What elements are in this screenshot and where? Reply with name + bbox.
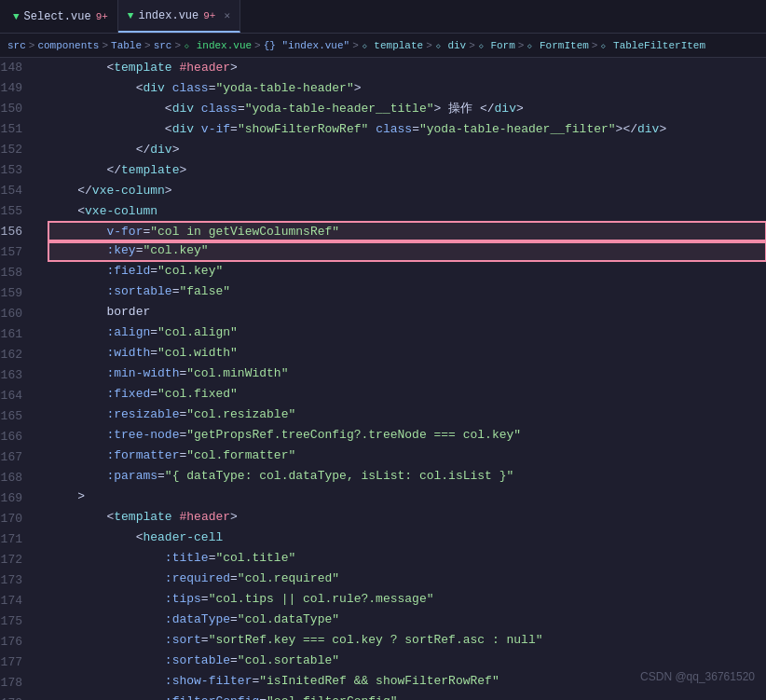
ln-167: 167 xyxy=(0,447,34,468)
bc-obj: {} "index.vue" xyxy=(264,40,349,51)
ln-160: 160 xyxy=(0,304,34,324)
ln-165: 165 xyxy=(0,406,34,427)
bc-sep8: > xyxy=(469,40,475,51)
code-line-170: <template #header> xyxy=(48,507,766,528)
tab-select-label: Select.vue xyxy=(24,10,91,23)
code-line-176: :sort="sortRef.key === col.key ? sortRef… xyxy=(48,630,766,651)
code-line-179: :filterConfig="col.filterConfig" xyxy=(48,692,766,700)
ln-163: 163 xyxy=(0,365,34,386)
ln-153: 153 xyxy=(0,160,34,181)
ln-154: 154 xyxy=(0,181,34,201)
watermark: CSDN @qq_36761520 xyxy=(640,670,755,683)
ln-170: 170 xyxy=(0,509,34,529)
ln-158: 158 xyxy=(0,263,34,283)
vue-icon-select: ▼ xyxy=(13,11,20,22)
code-line-166: :tree-node="getPropsRef.treeConfig?.tree… xyxy=(48,425,766,446)
ln-152: 152 xyxy=(0,140,34,160)
code-line-168: :params="{ dataType: col.dataType, isLis… xyxy=(48,466,766,487)
code-line-156: v-for="col in getViewColumnsRef" xyxy=(48,222,766,242)
code-line-150: <div class="yoda-table-header__title"> 操… xyxy=(48,99,766,119)
ln-171: 171 xyxy=(0,529,34,550)
bc-sep10: > xyxy=(592,40,598,51)
ln-155: 155 xyxy=(0,201,34,222)
bc-sep4: > xyxy=(174,40,181,51)
code-line-152: </div> xyxy=(48,140,766,160)
code-line-165: :resizable="col.resizable" xyxy=(48,405,766,425)
ln-173: 173 xyxy=(0,570,34,591)
bc-sep3: > xyxy=(144,40,151,51)
code-content: <template #header> <div class="yoda-tabl… xyxy=(45,58,766,700)
ln-162: 162 xyxy=(0,345,34,365)
ln-148: 148 xyxy=(0,58,34,78)
ln-175: 175 xyxy=(0,611,34,632)
tab-index-close[interactable]: ✕ xyxy=(224,9,230,21)
bc-div: ⬦ div xyxy=(435,40,466,51)
ln-149: 149 xyxy=(0,78,34,99)
code-line-163: :min-width="col.minWidth" xyxy=(48,364,766,384)
bc-template: ⬦ template xyxy=(362,40,423,51)
breadcrumb: src > components > Table > src > ⬦ index… xyxy=(0,34,766,58)
ln-166: 166 xyxy=(0,427,34,447)
bc-table: Table xyxy=(111,40,142,51)
code-line-154: </vxe-column> xyxy=(48,181,766,201)
ln-172: 172 xyxy=(0,550,34,570)
ln-150: 150 xyxy=(0,99,34,119)
bc-formitem: ⬦ FormItem xyxy=(527,40,588,51)
ln-179: 179 xyxy=(0,693,34,700)
line-numbers: 148 149 150 151 152 153 154 155 156 157 … xyxy=(0,58,45,700)
code-line-162: :width="col.width" xyxy=(48,343,766,364)
tab-select-vue[interactable]: ▼ Select.vue 9+ xyxy=(4,0,118,33)
bc-components: components xyxy=(37,40,99,51)
code-line-161: :align="col.align" xyxy=(48,323,766,343)
bc-sep1: > xyxy=(29,40,35,51)
code-editor: 148 149 150 151 152 153 154 155 156 157 … xyxy=(0,58,766,700)
code-line-149: <div class="yoda-table-header"> xyxy=(48,78,766,99)
ln-169: 169 xyxy=(0,488,34,509)
vue-icon-index: ▼ xyxy=(128,10,134,21)
code-line-157: :key="col.key" xyxy=(48,240,766,261)
ln-174: 174 xyxy=(0,591,34,611)
code-line-158: :field="col.key" xyxy=(48,261,766,281)
bc-indexvue: ⬦ index.vue xyxy=(184,40,252,51)
ln-168: 168 xyxy=(0,468,34,488)
code-line-155: <vxe-column xyxy=(48,201,766,222)
ln-156: 156 xyxy=(0,222,34,242)
tab-index-label: index.vue xyxy=(138,9,198,22)
bc-src2: src xyxy=(154,40,172,51)
code-line-172: :title="col.title" xyxy=(48,548,766,569)
code-line-167: :formatter="col.formatter" xyxy=(48,446,766,466)
tab-bar: ▼ Select.vue 9+ ▼ index.vue 9+ ✕ xyxy=(0,0,766,34)
ln-159: 159 xyxy=(0,283,34,304)
code-line-164: :fixed="col.fixed" xyxy=(48,384,766,405)
ln-151: 151 xyxy=(0,119,34,140)
tab-index-vue[interactable]: ▼ index.vue 9+ ✕ xyxy=(118,0,240,33)
bc-sep2: > xyxy=(102,40,108,51)
tab-index-badge: 9+ xyxy=(203,10,215,21)
code-line-148: <template #header> xyxy=(48,58,766,78)
ln-161: 161 xyxy=(0,324,34,345)
bc-sep7: > xyxy=(426,40,432,51)
bc-sep6: > xyxy=(352,40,359,51)
ln-178: 178 xyxy=(0,673,34,693)
bc-sep9: > xyxy=(518,40,525,51)
ln-164: 164 xyxy=(0,386,34,406)
code-line-177: :sortable="col.sortable" xyxy=(48,651,766,671)
bc-src: src xyxy=(7,40,26,51)
code-line-175: :dataType="col.dataType" xyxy=(48,610,766,630)
ln-157: 157 xyxy=(0,242,34,263)
code-line-153: </template> xyxy=(48,160,766,181)
code-line-159: :sortable="false" xyxy=(48,281,766,302)
code-line-151: <div v-if="showFilterRowRef" class="yoda… xyxy=(48,119,766,140)
code-line-171: <header-cell xyxy=(48,528,766,548)
code-line-174: :tips="col.tips || col.rule?.message" xyxy=(48,589,766,610)
bc-sep5: > xyxy=(254,40,261,51)
code-line-160: border xyxy=(48,302,766,323)
tab-select-badge: 9+ xyxy=(96,11,108,22)
bc-tablefilteritem: ⬦ TableFilterItem xyxy=(600,40,705,51)
code-line-169: > xyxy=(48,487,766,507)
ln-177: 177 xyxy=(0,652,34,673)
code-line-173: :required="col.required" xyxy=(48,569,766,589)
bc-form: ⬦ Form xyxy=(478,40,515,51)
ln-176: 176 xyxy=(0,632,34,652)
